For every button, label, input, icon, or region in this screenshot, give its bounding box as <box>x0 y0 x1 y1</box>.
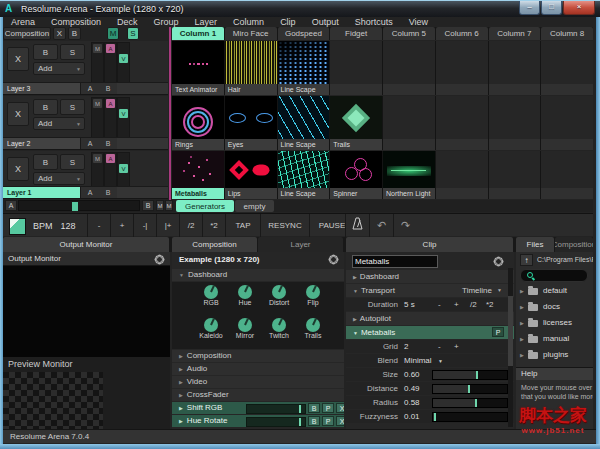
composition-bypass-button[interactable]: B <box>68 27 81 40</box>
effect-bypass-button[interactable]: B <box>308 416 320 426</box>
column-header-2[interactable]: Miro Face <box>225 27 277 40</box>
layer-name[interactable]: Layer 1 <box>3 187 81 198</box>
column-header-3[interactable]: Godspeed <box>278 27 330 40</box>
deck-tab-empty[interactable]: empty <box>235 200 274 212</box>
menu-item-clip[interactable]: Clip <box>272 17 304 27</box>
clip-cell[interactable]: Text Animator <box>172 41 224 95</box>
clip-cell[interactable]: Metaballs <box>172 151 224 199</box>
knob-dial[interactable] <box>238 285 252 299</box>
menu-item-layer[interactable]: Layer <box>187 17 226 27</box>
layer-fader-track-a[interactable]: A <box>104 97 117 139</box>
layer-name[interactable]: Layer 2 <box>3 138 81 149</box>
param-control[interactable]: - <box>438 340 441 353</box>
transport-button-[interactable]: |+ <box>156 214 179 237</box>
layer-solo-button[interactable]: S <box>60 44 85 60</box>
clip-cell[interactable] <box>541 41 593 95</box>
panel-tab-files[interactable]: Files <box>516 237 554 252</box>
clip-dashboard-section[interactable]: ▶Dashboard <box>346 270 514 283</box>
layer-bypass-button[interactable]: B <box>33 44 58 60</box>
effect-preset-button[interactable]: P <box>322 416 334 426</box>
knob-dial[interactable] <box>306 285 320 299</box>
duration-control-0[interactable]: - <box>438 298 441 311</box>
crossfader-track[interactable] <box>18 200 140 211</box>
layer-fader-track-v[interactable]: V <box>117 42 130 84</box>
panel-tab-composition[interactable]: Composition <box>172 237 257 252</box>
menu-item-group[interactable]: Group <box>146 17 187 27</box>
clip-cell[interactable] <box>436 41 488 95</box>
knob-dial[interactable] <box>306 318 320 332</box>
layer-fader-track-a[interactable]: A <box>104 152 117 188</box>
layer-fader-track-a[interactable]: A <box>104 42 117 84</box>
gear-icon[interactable] <box>495 258 502 265</box>
clip-cell[interactable]: Rings <box>172 96 224 150</box>
clip-cell[interactable] <box>489 96 541 150</box>
clip-name-input[interactable] <box>352 255 438 268</box>
dashboard-knob-flip[interactable]: Flip <box>296 285 330 316</box>
crossfader-m2-button[interactable]: M <box>165 200 173 211</box>
layer-fader-v-handle[interactable]: V <box>119 54 128 63</box>
layer-fader-a-handle[interactable]: A <box>106 44 115 53</box>
layer-cross-b-button[interactable]: B <box>99 187 117 198</box>
composition-section-crossfader[interactable]: ▶CrossFader <box>172 389 344 401</box>
clip-cell[interactable]: Line Scape <box>278 96 330 150</box>
folder-item-docs[interactable]: ▶docs <box>516 299 593 315</box>
composition-section-audio[interactable]: ▶Audio <box>172 363 344 375</box>
panel-tab-layer[interactable]: Layer <box>258 237 343 252</box>
dashboard-knob-distort[interactable]: Distort <box>262 285 296 316</box>
column-header-6[interactable]: Column 6 <box>436 27 488 40</box>
composition-section-composition[interactable]: ▶Composition <box>172 350 344 362</box>
layer-fader-track-v[interactable]: V <box>117 97 130 139</box>
crossfader-m1-button[interactable]: M <box>156 200 164 211</box>
menu-item-output[interactable]: Output <box>304 17 347 27</box>
clip-cell[interactable]: Line Scape <box>278 41 330 95</box>
layer-eject-button[interactable]: X <box>7 102 29 126</box>
layer-name[interactable]: Layer 3 <box>3 83 81 94</box>
layer-fader-track-m[interactable]: M <box>91 42 104 84</box>
dashboard-knob-rgb[interactable]: RGB <box>194 285 228 316</box>
effect-remove-button[interactable]: X <box>336 403 344 413</box>
duration-control-1[interactable]: + <box>454 298 459 311</box>
dashboard-knob-trails[interactable]: Trails <box>296 318 330 349</box>
transport-button-[interactable]: - <box>87 214 110 237</box>
knob-dial[interactable] <box>204 285 218 299</box>
clip-cell[interactable]: Spinner <box>330 151 382 199</box>
effect-preset-button[interactable]: P <box>322 403 334 413</box>
column-header-4[interactable]: Fidget <box>330 27 382 40</box>
panel-tab-composition[interactable]: Composition <box>555 237 593 252</box>
clip-autopilot-section[interactable]: ▶Autopilot <box>346 312 514 325</box>
clip-cell[interactable] <box>436 96 488 150</box>
layer-bypass-button[interactable]: B <box>33 99 58 115</box>
panel-tab-output-monitor[interactable]: Output Monitor <box>3 237 169 252</box>
minimize-button[interactable]: – <box>519 1 540 15</box>
menu-item-arena[interactable]: Arena <box>3 17 43 27</box>
layer-fader-m-handle[interactable]: M <box>93 99 102 108</box>
transport-button-[interactable]: -| <box>133 214 156 237</box>
folder-item-manual[interactable]: ▶manual <box>516 331 593 347</box>
duration-control-2[interactable]: /2 <box>470 298 477 311</box>
layer-fader-track-m[interactable]: M <box>91 152 104 188</box>
clip-cell[interactable] <box>541 96 593 150</box>
composition-master-fader-button[interactable]: M <box>107 27 119 40</box>
knob-dial[interactable] <box>272 318 286 332</box>
crossfader-handle[interactable] <box>72 202 78 211</box>
menu-item-deck[interactable]: Deck <box>109 17 146 27</box>
maximize-button[interactable]: □ <box>541 1 562 15</box>
clip-cell[interactable]: Line Scape <box>278 151 330 199</box>
effect-opacity-slider[interactable] <box>246 404 306 414</box>
menu-item-view[interactable]: View <box>401 17 436 27</box>
beat-indicator[interactable] <box>9 218 26 235</box>
composition-speed-button[interactable]: S <box>127 27 139 40</box>
preset-button[interactable]: P <box>492 327 504 337</box>
layer-solo-button[interactable]: S <box>60 154 85 170</box>
layer-fader-a-handle[interactable]: A <box>106 99 115 108</box>
param-value[interactable]: Minimal <box>404 354 432 367</box>
menu-item-column[interactable]: Column <box>225 17 272 27</box>
layer-fader-track-m[interactable]: M <box>91 97 104 139</box>
gear-icon[interactable] <box>156 256 163 263</box>
transport-button-2[interactable]: /2 <box>179 214 202 237</box>
param-slider[interactable] <box>432 370 508 380</box>
composition-section-video[interactable]: ▶Video <box>172 376 344 388</box>
param-slider[interactable] <box>432 384 508 394</box>
param-value[interactable]: 0.58 <box>404 396 420 409</box>
layer-fader-m-handle[interactable]: M <box>93 154 102 163</box>
